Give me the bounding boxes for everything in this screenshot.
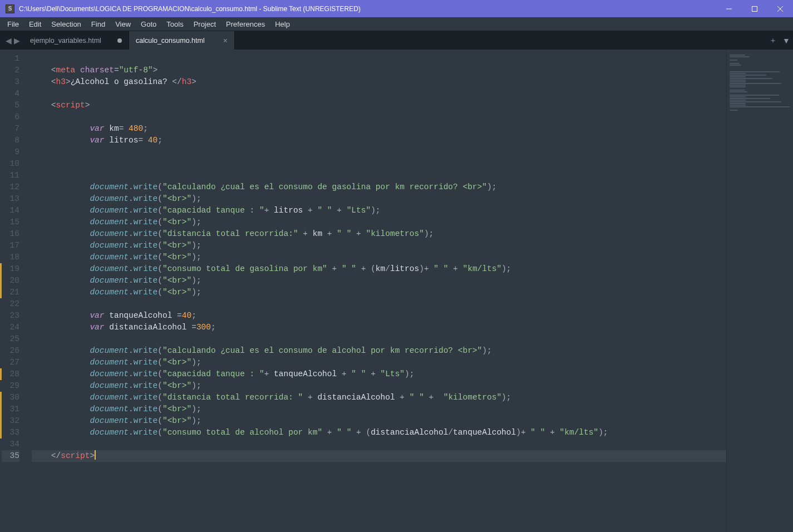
line-number-gutter: 1234567891011121314151617181920212223242… <box>2 50 25 532</box>
code-line-32[interactable]: document.write("<br>"); <box>32 415 726 427</box>
editor-area[interactable]: 1234567891011121314151617181920212223242… <box>0 50 793 532</box>
modified-gutter <box>0 50 2 532</box>
tab-label: ejemplo_variables.html <box>30 37 101 45</box>
code-line-29[interactable]: document.write("<br>"); <box>32 380 726 392</box>
code-line-12[interactable]: document.write("calculando ¿cual es el c… <box>32 181 726 193</box>
menu-find[interactable]: Find <box>86 18 110 30</box>
code-line-18[interactable]: document.write("<br>"); <box>32 252 726 263</box>
code-line-9[interactable] <box>32 146 726 158</box>
code-line-20[interactable]: document.write("<br>"); <box>32 275 726 287</box>
menubar: FileEditSelectionFindViewGotoToolsProjec… <box>0 17 793 31</box>
minimap[interactable] <box>726 50 793 532</box>
code-line-3[interactable]: <h3>¿Alcohol o gasolina? </h3> <box>32 76 726 88</box>
menu-view[interactable]: View <box>110 18 136 30</box>
code-line-4[interactable] <box>32 88 726 100</box>
menu-tools[interactable]: Tools <box>161 18 188 30</box>
code-line-15[interactable]: document.write("<br>"); <box>32 216 726 228</box>
code-line-30[interactable]: document.write("distancia total recorrid… <box>32 392 726 403</box>
tab-ejemplo_variables-html[interactable]: ejemplo_variables.html <box>23 31 129 50</box>
code-view[interactable]: <meta charset="utf-8"> <h3>¿Alcohol o ga… <box>25 50 726 532</box>
window-titlebar: S C:\Users\Dell\Documents\LOGICA DE PROG… <box>0 0 793 17</box>
text-cursor <box>95 450 96 460</box>
maximize-button[interactable] <box>742 0 767 17</box>
dirty-indicator-icon <box>117 38 122 43</box>
tab-menu-button[interactable]: ▼ <box>780 31 793 50</box>
code-line-31[interactable]: document.write("<br>"); <box>32 403 726 415</box>
svg-rect-1 <box>752 6 757 11</box>
history-forward-icon[interactable]: ▶ <box>14 36 20 45</box>
code-line-24[interactable]: var distanciaAlcohol =300; <box>32 322 726 333</box>
code-line-17[interactable]: document.write("<br>"); <box>32 240 726 252</box>
code-line-5[interactable]: <script> <box>32 100 726 111</box>
code-line-21[interactable]: document.write("<br>"); <box>32 287 726 298</box>
code-line-1[interactable] <box>32 53 726 65</box>
code-line-19[interactable]: document.write("consumo total de gasolin… <box>32 263 726 275</box>
close-button[interactable] <box>767 0 793 17</box>
code-line-13[interactable]: document.write("<br>"); <box>32 193 726 205</box>
code-line-10[interactable] <box>32 158 726 170</box>
menu-preferences[interactable]: Preferences <box>221 18 270 30</box>
code-line-22[interactable] <box>32 298 726 310</box>
menu-project[interactable]: Project <box>189 18 221 30</box>
code-line-27[interactable]: document.write("<br>"); <box>32 357 726 368</box>
code-line-6[interactable] <box>32 111 726 123</box>
app-icon: S <box>6 4 14 13</box>
code-line-26[interactable]: document.write("calculando ¿cual es el c… <box>32 345 726 357</box>
code-line-16[interactable]: document.write("distancia total recorrid… <box>32 228 726 240</box>
history-back-icon[interactable]: ◀ <box>6 36 12 45</box>
code-line-8[interactable]: var litros= 40; <box>32 135 726 146</box>
code-line-33[interactable]: document.write("consumo total de alcohol… <box>32 427 726 439</box>
code-line-2[interactable]: <meta charset="utf-8"> <box>32 65 726 76</box>
window-title: C:\Users\Dell\Documents\LOGICA DE PROGRA… <box>19 5 716 13</box>
code-line-25[interactable] <box>32 333 726 345</box>
tab-row: ◀ ▶ ejemplo_variables.htmlcalculo_consum… <box>0 31 793 50</box>
menu-file[interactable]: File <box>2 18 24 30</box>
code-line-34[interactable] <box>32 439 726 450</box>
code-line-11[interactable] <box>32 170 726 181</box>
tab-label: calculo_consumo.html <box>136 37 205 45</box>
tab-close-icon[interactable]: × <box>223 37 228 45</box>
menu-goto[interactable]: Goto <box>136 18 161 30</box>
menu-selection[interactable]: Selection <box>46 18 86 30</box>
menu-edit[interactable]: Edit <box>24 18 46 30</box>
new-tab-button[interactable]: ＋ <box>766 31 780 50</box>
code-line-35[interactable]: </script> <box>32 450 726 462</box>
code-line-14[interactable]: document.write("capacidad tanque : "+ li… <box>32 205 726 216</box>
tab-calculo_consumo-html[interactable]: calculo_consumo.html× <box>129 31 235 50</box>
code-line-23[interactable]: var tanqueAlcohol =40; <box>32 310 726 322</box>
minimize-button[interactable] <box>716 0 742 17</box>
code-line-7[interactable]: var km= 480; <box>32 123 726 135</box>
menu-help[interactable]: Help <box>270 18 295 30</box>
code-line-28[interactable]: document.write("capacidad tanque : "+ ta… <box>32 368 726 380</box>
